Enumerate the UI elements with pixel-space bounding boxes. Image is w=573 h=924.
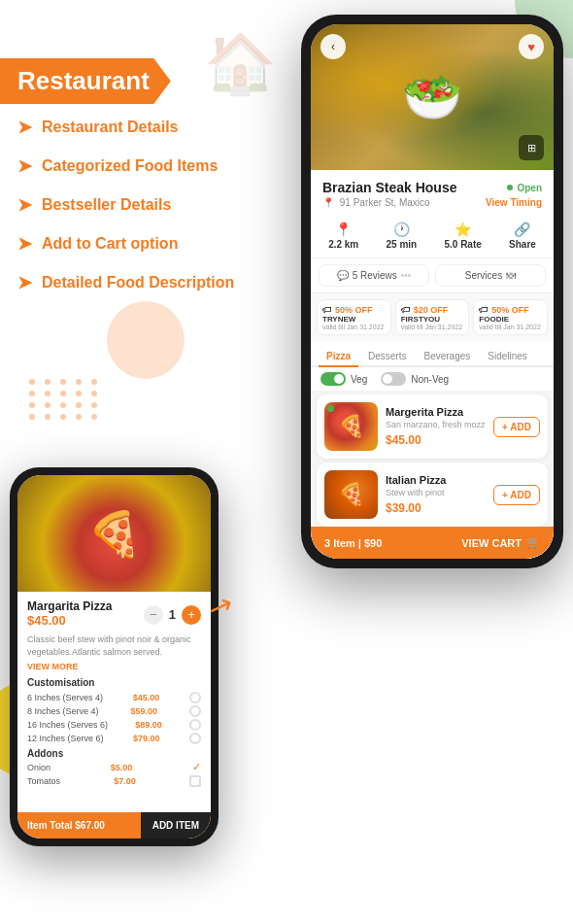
cart-bar[interactable]: 3 Item | $90 VIEW CART 🛒 xyxy=(311,527,554,559)
item-name-qty-row: Margarita Pizza $45.00 − 1 + xyxy=(27,599,201,630)
house-icon: 🏠 xyxy=(204,29,277,98)
reviews-services-row: 💬 5 Reviews ••• Services 🍽 xyxy=(311,258,554,293)
coupon-card-foodie[interactable]: 🏷 50% OFF FOODIE valid till Jan 31,2022 xyxy=(473,299,548,335)
secondary-phone-screen: 🍕 Margarita Pizza $45.00 − 1 + Classic b… xyxy=(17,475,211,838)
restaurant-info: Brazian Steak House Open 📍 91 Parker St,… xyxy=(311,170,554,214)
star-icon: ⭐ xyxy=(455,222,471,237)
tab-beverages[interactable]: Beverages xyxy=(416,347,478,367)
coupon-card-trynew[interactable]: 🏷 50% OFF TRYNEW valid till Jan 31,2022 xyxy=(317,299,391,335)
coupon-icon: 🏷 xyxy=(479,304,489,315)
restaurant-name: Brazian Steak House xyxy=(322,180,457,195)
quantity-decrease-button[interactable]: − xyxy=(144,605,163,625)
feature-list: ➤ Restaurant Details ➤ Categorized Food … xyxy=(17,117,234,311)
rating-value: 5.0 Rate xyxy=(444,239,481,250)
feature-label: Add to Cart option xyxy=(42,235,178,253)
tab-pizza[interactable]: Pizza xyxy=(319,347,358,367)
quantity-increase-button[interactable]: + xyxy=(182,605,201,625)
add-item-button[interactable]: ADD ITEM xyxy=(141,812,211,838)
quantity-control: − 1 + xyxy=(144,605,201,625)
open-dot-icon xyxy=(507,185,513,190)
time-value: 25 min xyxy=(387,239,418,250)
size-label: 12 Inches (Serve 6) xyxy=(27,734,104,743)
coupon-validity: valid till Jan 31,2022 xyxy=(479,324,542,330)
gallery-button[interactable]: ⊞ xyxy=(519,135,544,160)
size-option-16inch[interactable]: 16 Inches (Serves 6) $89.00 xyxy=(27,719,201,731)
coupon-title: 50% OFF xyxy=(491,305,529,315)
coupon-icon: 🏷 xyxy=(401,304,411,315)
size-option-8inch[interactable]: 8 Inches (Serve 4) $59.00 xyxy=(27,705,201,717)
add-italian-button[interactable]: + ADD xyxy=(493,485,540,505)
italian-name: Italian Pizza xyxy=(386,474,486,486)
veg-indicator xyxy=(327,405,334,412)
feature-item-categorized-food: ➤ Categorized Food Items xyxy=(17,155,234,177)
size-radio[interactable] xyxy=(189,692,201,703)
feature-label: Restaurant Details xyxy=(42,119,179,136)
veg-toggle[interactable]: Veg xyxy=(320,372,367,386)
nonveg-toggle[interactable]: Non-Veg xyxy=(381,372,449,386)
reviews-button[interactable]: 💬 5 Reviews ••• xyxy=(319,264,429,287)
size-radio[interactable] xyxy=(189,705,201,717)
view-timing-link[interactable]: View Timing xyxy=(486,197,542,208)
back-button[interactable]: ‹ xyxy=(320,34,346,59)
chevron-right-icon: ➤ xyxy=(17,155,32,177)
dots-decoration xyxy=(29,379,101,420)
veg-switch[interactable] xyxy=(320,372,346,386)
services-button[interactable]: Services 🍽 xyxy=(435,264,546,287)
size-option-6inch[interactable]: 6 Inches (Serves 4) $45.00 xyxy=(27,692,201,703)
size-label: 8 Inches (Serve 4) xyxy=(27,706,99,716)
view-more-link[interactable]: VIEW MORE xyxy=(27,662,201,671)
margerita-info: Margerita Pizza San marzano, fresh mozz … xyxy=(386,406,486,447)
location-icon: 📍 xyxy=(335,222,352,237)
item-price-label: $45.00 xyxy=(27,613,112,628)
tab-sidelines[interactable]: Sidelines xyxy=(480,347,535,367)
app-title: Restaurant xyxy=(17,66,150,96)
size-radio[interactable] xyxy=(189,719,201,731)
coupons-row: 🏷 50% OFF TRYNEW valid till Jan 31,2022 … xyxy=(311,293,554,341)
size-radio[interactable] xyxy=(189,733,201,744)
category-tabs: Pizza Desserts Beverages Sidelines xyxy=(311,341,554,367)
chat-icon: 💬 xyxy=(337,270,349,281)
coupon-title: $20 OFF xyxy=(414,305,449,315)
margerita-name: Margerita Pizza xyxy=(386,406,486,418)
size-option-12inch[interactable]: 12 Inches (Serve 6) $79.00 xyxy=(27,733,201,744)
addon-price: $7.00 xyxy=(114,776,136,786)
chevron-right-icon: ➤ xyxy=(17,233,32,255)
addon-onion[interactable]: Onion $5.00 ✓ xyxy=(27,761,201,773)
view-cart-button[interactable]: VIEW CART 🛒 xyxy=(461,536,540,549)
checkbox-checked-icon[interactable]: ✓ xyxy=(192,761,201,773)
stats-row: 📍 2.2 km 🕐 25 min ⭐ 5.0 Rate 🔗 Share xyxy=(311,214,554,258)
coupon-card-firstyou[interactable]: 🏷 $20 OFF FIRSTYOU valid till Jan 31,202… xyxy=(395,299,470,335)
secondary-item-name: Margarita Pizza $45.00 xyxy=(27,599,112,630)
stat-distance: 📍 2.2 km xyxy=(328,222,358,250)
addon-tomatos[interactable]: Tomatos $7.00 xyxy=(27,775,201,787)
coupon-code: TRYNEW xyxy=(322,315,355,324)
addon-label: Onion xyxy=(27,763,51,772)
secondary-phone: 🍕 Margarita Pizza $45.00 − 1 + Classic b… xyxy=(10,467,219,846)
services-label: Services xyxy=(465,270,502,281)
tab-desserts[interactable]: Desserts xyxy=(360,347,414,367)
orange-circle-decoration xyxy=(107,301,185,379)
nonveg-switch[interactable] xyxy=(381,372,406,386)
add-margerita-button[interactable]: + ADD xyxy=(493,417,540,437)
share-value: Share xyxy=(509,239,536,250)
toggle-knob xyxy=(383,374,392,384)
item-description: Classic beef stew with pinot noir & orga… xyxy=(27,633,201,658)
size-price: $89.00 xyxy=(135,720,162,730)
veg-toggle-row: Veg Non-Veg xyxy=(311,367,554,391)
cart-icon: 🛒 xyxy=(526,536,540,549)
pin-icon: 📍 xyxy=(322,197,334,208)
size-price: $45.00 xyxy=(133,693,160,702)
margerita-image: 🍕 xyxy=(324,402,378,451)
checkbox-unchecked-icon[interactable] xyxy=(189,775,201,787)
coupon-code: FOODIE xyxy=(479,315,509,324)
hero-food-visual: 🥗 xyxy=(311,24,554,170)
favorite-button[interactable]: ♥ xyxy=(519,34,544,59)
feature-label: Detailed Food Description xyxy=(42,274,234,291)
clock-icon: 🕐 xyxy=(393,222,410,237)
item-total-label: Item Total $67.00 xyxy=(17,812,141,838)
feature-item-detailed-food: ➤ Detailed Food Description xyxy=(17,272,234,293)
addon-price: $5.00 xyxy=(111,763,133,772)
stat-share[interactable]: 🔗 Share xyxy=(509,222,536,250)
coupon-validity: valid till Jan 31,2022 xyxy=(401,324,464,330)
italian-desc: Stew with pinot xyxy=(386,488,486,497)
